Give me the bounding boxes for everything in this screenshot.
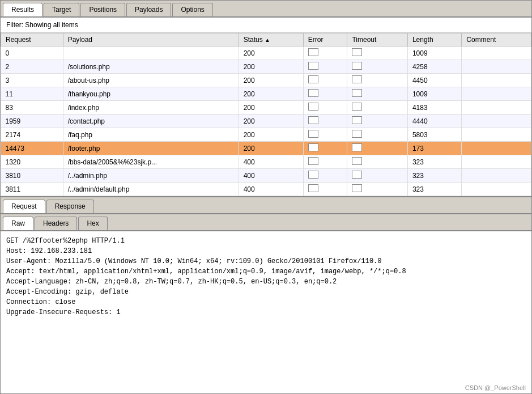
cell-error-checkbox[interactable] <box>308 89 318 97</box>
cell-error[interactable] <box>303 169 347 183</box>
cell-timeout[interactable] <box>347 183 407 196</box>
sort-arrow: ▲ <box>265 37 270 43</box>
sub-tab-raw[interactable]: Raw <box>3 217 33 230</box>
cell-timeout[interactable] <box>347 46 407 60</box>
cell-payload: /../admin.php <box>63 169 239 183</box>
cell-error[interactable] <box>303 128 347 142</box>
sub-tab-headers[interactable]: Headers <box>35 217 77 230</box>
cell-error[interactable] <box>303 60 347 74</box>
cell-comment <box>462 183 531 196</box>
bottom-tab-response[interactable]: Response <box>46 200 94 213</box>
filter-bar: Filter: Showing all items <box>1 18 531 33</box>
cell-error-checkbox[interactable] <box>308 116 318 124</box>
table-row[interactable]: 02001009 <box>1 46 531 60</box>
tab-payloads[interactable]: Payloads <box>126 3 171 16</box>
cell-error-checkbox[interactable] <box>308 143 318 151</box>
cell-error-checkbox[interactable] <box>308 48 318 56</box>
cell-length: 5803 <box>407 128 461 142</box>
cell-payload: /about-us.php <box>63 74 239 87</box>
cell-timeout[interactable] <box>347 128 407 142</box>
cell-length: 323 <box>407 155 461 169</box>
col-status[interactable]: Status ▲ <box>239 33 303 46</box>
cell-error-checkbox[interactable] <box>308 103 318 111</box>
tab-target[interactable]: Target <box>44 3 79 16</box>
sub-tab-hex[interactable]: Hex <box>78 217 107 230</box>
tab-options[interactable]: Options <box>172 3 212 16</box>
col-comment[interactable]: Comment <box>462 33 531 46</box>
cell-error-checkbox[interactable] <box>308 157 318 165</box>
cell-timeout-checkbox[interactable] <box>352 62 362 70</box>
cell-timeout[interactable] <box>347 155 407 169</box>
col-length[interactable]: Length <box>407 33 461 46</box>
table-row[interactable]: 83/index.php2004183 <box>1 101 531 115</box>
cell-timeout[interactable] <box>347 142 407 155</box>
request-line: Accept: text/html, application/xhtml+xml… <box>6 266 526 277</box>
tab-results[interactable]: Results <box>3 3 42 16</box>
cell-comment <box>462 87 531 101</box>
table-row[interactable]: 11/thankyou.php2001009 <box>1 87 531 101</box>
bottom-tab-request[interactable]: Request <box>3 200 45 213</box>
cell-payload: /faq.php <box>63 128 239 142</box>
cell-timeout-checkbox[interactable] <box>352 48 362 56</box>
bottom-section: RequestResponse RawHeadersHex GET /%2ffo… <box>1 197 531 393</box>
cell-timeout-checkbox[interactable] <box>352 103 362 111</box>
cell-timeout-checkbox[interactable] <box>352 130 362 138</box>
table-row[interactable]: 1320/bbs-data/2005&%%23sjk.p...400323 <box>1 155 531 169</box>
request-line: GET /%2ffooter%2ephp HTTP/1.1 <box>6 236 526 246</box>
cell-error[interactable] <box>303 183 347 196</box>
cell-timeout[interactable] <box>347 115 407 128</box>
table-row[interactable]: 1959/contact.php2004440 <box>1 115 531 128</box>
cell-timeout[interactable] <box>347 87 407 101</box>
cell-error[interactable] <box>303 142 347 155</box>
cell-timeout[interactable] <box>347 101 407 115</box>
results-table: RequestPayloadStatus ▲ErrorTimeoutLength… <box>1 33 531 196</box>
cell-timeout-checkbox[interactable] <box>352 143 362 151</box>
cell-error[interactable] <box>303 46 347 60</box>
col-payload[interactable]: Payload <box>63 33 239 46</box>
table-row[interactable]: 14473/footer.php200173 <box>1 142 531 155</box>
cell-comment <box>462 142 531 155</box>
cell-comment <box>462 46 531 60</box>
cell-timeout[interactable] <box>347 60 407 74</box>
cell-error[interactable] <box>303 101 347 115</box>
cell-length: 4258 <box>407 60 461 74</box>
table-row[interactable]: 3/about-us.php2004450 <box>1 74 531 87</box>
cell-status: 400 <box>239 169 303 183</box>
cell-request: 2174 <box>1 128 63 142</box>
table-row[interactable]: 3810/../admin.php400323 <box>1 169 531 183</box>
cell-error-checkbox[interactable] <box>308 62 318 70</box>
cell-timeout-checkbox[interactable] <box>352 157 362 165</box>
table-row[interactable]: 2174/faq.php2005803 <box>1 128 531 142</box>
cell-timeout-checkbox[interactable] <box>352 116 362 124</box>
cell-error[interactable] <box>303 74 347 87</box>
cell-comment <box>462 169 531 183</box>
cell-timeout-checkbox[interactable] <box>352 75 362 83</box>
cell-comment <box>462 60 531 74</box>
col-request[interactable]: Request <box>1 33 63 46</box>
cell-error[interactable] <box>303 115 347 128</box>
tab-positions[interactable]: Positions <box>80 3 125 16</box>
cell-timeout-checkbox[interactable] <box>352 89 362 97</box>
cell-length: 4450 <box>407 74 461 87</box>
cell-error[interactable] <box>303 155 347 169</box>
col-timeout[interactable]: Timeout <box>347 33 407 46</box>
cell-error-checkbox[interactable] <box>308 171 318 179</box>
table-row[interactable]: 2/solutions.php2004258 <box>1 60 531 74</box>
cell-comment <box>462 101 531 115</box>
cell-length: 323 <box>407 169 461 183</box>
cell-error[interactable] <box>303 87 347 101</box>
cell-error-checkbox[interactable] <box>308 75 318 83</box>
cell-status: 200 <box>239 101 303 115</box>
top-tab-bar: ResultsTargetPositionsPayloadsOptions <box>1 1 531 18</box>
cell-length: 1009 <box>407 46 461 60</box>
cell-request: 1320 <box>1 155 63 169</box>
cell-timeout[interactable] <box>347 169 407 183</box>
cell-timeout-checkbox[interactable] <box>352 171 362 179</box>
request-line: Accept-Language: zh-CN, zh;q=0.8, zh-TW;… <box>6 277 526 287</box>
cell-timeout[interactable] <box>347 74 407 87</box>
cell-error-checkbox[interactable] <box>308 130 318 138</box>
cell-timeout-checkbox[interactable] <box>352 184 362 192</box>
col-error[interactable]: Error <box>303 33 347 46</box>
cell-error-checkbox[interactable] <box>308 184 318 192</box>
table-row[interactable]: 3811/../admin/default.php400323 <box>1 183 531 196</box>
